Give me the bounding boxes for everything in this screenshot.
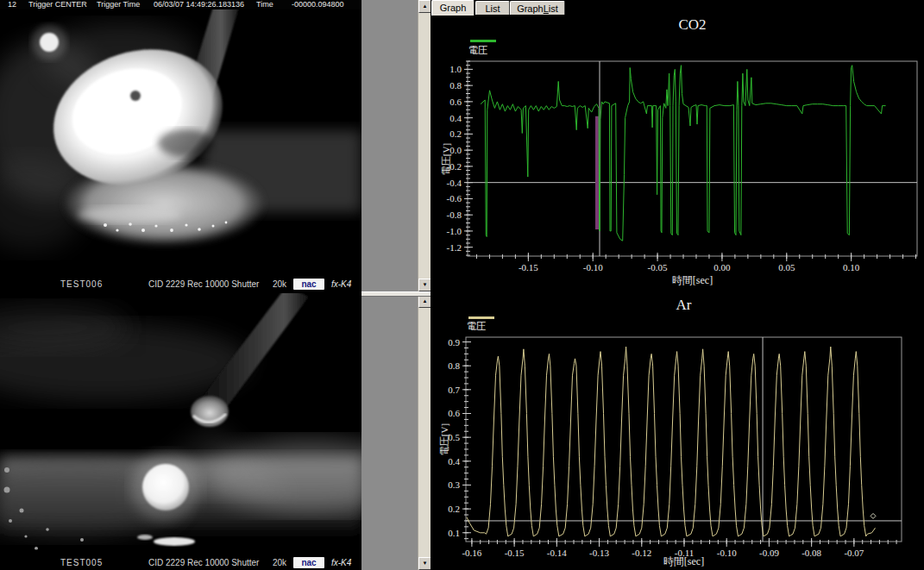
svg-text:-0.16: -0.16 [462,548,481,558]
tab-bar: Graph List GraphList [431,0,924,15]
svg-text:-0.12: -0.12 [632,548,651,558]
svg-text:1.0: 1.0 [449,64,462,74]
chart-area: CO2 電圧 電圧[V] 時間[sec] -0.15-0.10-0.050.00… [431,15,924,570]
test-id: TEST005 [60,556,103,569]
svg-text:-1.2: -1.2 [447,242,462,253]
svg-text:0.8: 0.8 [448,360,460,371]
svg-text:0.00: 0.00 [713,262,731,272]
svg-text:0.4: 0.4 [448,456,460,467]
tab-graph-label: Graph [440,3,467,13]
svg-text:-0.13: -0.13 [589,548,609,558]
camera-model: fx-K4 [331,278,351,291]
co2-plot[interactable]: -0.15-0.10-0.050.000.050.101.00.80.60.40… [431,15,924,293]
svg-text:-0.2: -0.2 [447,161,462,172]
video-panel-bottom: TEST005 CID 2229 Rec 10000 Shutter 20k n… [0,293,361,570]
time-label: Time [256,0,273,9]
camera-model: fx-K4 [331,556,351,569]
trigger-time-label: Trigger Time [97,0,140,9]
svg-text:0.6: 0.6 [448,408,460,418]
ar-plot[interactable]: -0.16-0.15-0.14-0.13-0.12-0.11-0.10-0.09… [431,293,924,570]
trigger-mode: Trigger CENTER [28,0,87,9]
co2-chart-panel: CO2 電圧 電圧[V] 時間[sec] -0.15-0.10-0.050.00… [431,15,924,293]
svg-text:-0.4: -0.4 [447,178,462,188]
ar-chart-panel: Ar 電圧 電圧[V] 時間[sec] -0.16-0.15-0.14-0.13… [431,293,924,570]
recording-info: CID 2229 Rec 10000 Shutter [148,556,259,569]
svg-text:-0.15: -0.15 [505,548,525,558]
svg-text:-1.0: -1.0 [447,226,462,236]
scroll-up-button[interactable]: ▲ [418,295,431,308]
scrollbar-bottom[interactable]: ▲ ▼ [418,295,431,570]
svg-text:0.3: 0.3 [448,479,460,490]
scroll-down-button[interactable]: ▼ [418,557,431,570]
svg-text:-0.14: -0.14 [547,548,567,558]
scroll-up-icon: ▲ [423,298,428,304]
app-window: 12 Trigger CENTER Trigger Time 06/03/07 … [0,0,924,570]
video-status-bar-bottom: TEST005 CID 2229 Rec 10000 Shutter 20k n… [0,556,361,570]
scroll-down-icon: ▼ [423,561,428,566]
time-value: -00000.094800 [292,0,344,9]
tab-list[interactable]: List [475,1,510,16]
svg-text:0.10: 0.10 [843,262,860,272]
svg-text:0.2: 0.2 [449,128,462,139]
svg-text:-0.05: -0.05 [648,262,668,272]
svg-text:0.5: 0.5 [448,432,460,442]
test-id: TEST006 [60,278,103,291]
frame-number: 12 [8,0,16,9]
svg-text:-0.15: -0.15 [519,262,538,272]
svg-text:0.7: 0.7 [448,385,460,395]
tab-graphlist[interactable]: GraphList [510,1,565,16]
svg-text:0.8: 0.8 [449,80,462,91]
scroll-up-button[interactable]: ▲ [418,0,431,13]
svg-text:0.2: 0.2 [448,504,460,514]
svg-text:0.05: 0.05 [778,262,795,272]
recording-info: CID 2229 Rec 10000 Shutter [148,278,259,291]
svg-text:0.6: 0.6 [449,97,462,107]
video-panel-top: 12 Trigger CENTER Trigger Time 06/03/07 … [0,0,361,293]
scroll-down-icon: ▼ [423,282,428,287]
svg-text:-0.11: -0.11 [675,548,695,558]
panel-divider[interactable] [361,291,431,297]
scrollbar-top[interactable]: ▲ ▼ [418,0,431,291]
nac-logo: nac [293,279,324,290]
svg-text:-0.8: -0.8 [447,210,462,220]
video-status-bar-top: TEST006 CID 2229 Rec 10000 Shutter 20k n… [0,278,361,293]
trigger-time-value: 06/03/07 14:49:26.183136 [154,0,244,9]
video-overlay-bar: 12 Trigger CENTER Trigger Time 06/03/07 … [0,0,361,9]
svg-text:0.1: 0.1 [448,528,460,538]
tab-list-label: List [485,3,500,14]
shutter-value: 20k [273,556,286,569]
svg-text:0.0: 0.0 [449,145,462,155]
welding-video-frame-bottom [0,293,361,556]
shutter-value: 20k [273,278,286,291]
tab-graph[interactable]: Graph [431,0,475,16]
svg-text:0.4: 0.4 [449,113,462,123]
svg-text:-0.10: -0.10 [717,548,737,558]
splitter-gutter: ▲ ▼ ▲ ▼ [361,0,431,570]
svg-text:-0.09: -0.09 [759,548,779,558]
welding-video-frame-top [0,9,361,278]
scroll-up-icon: ▲ [423,3,428,9]
nac-logo: nac [293,557,324,568]
scroll-down-button[interactable]: ▼ [418,279,431,291]
svg-text:0.9: 0.9 [448,337,460,348]
svg-text:-0.10: -0.10 [583,262,603,272]
svg-text:-0.07: -0.07 [844,548,864,558]
svg-text:-0.6: -0.6 [447,193,462,204]
tab-graphlist-label: Graph [517,3,544,14]
svg-text:-0.08: -0.08 [801,548,821,558]
